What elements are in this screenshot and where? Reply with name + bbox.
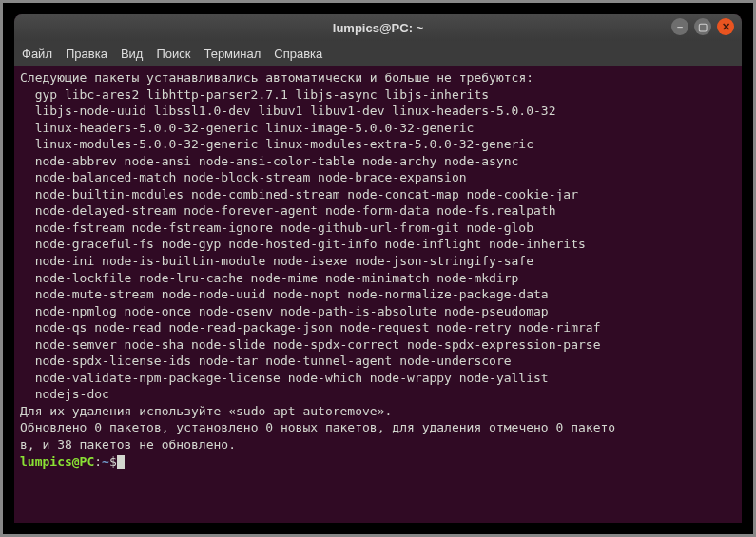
menu-search[interactable]: Поиск: [156, 47, 190, 61]
menu-edit[interactable]: Правка: [66, 47, 107, 61]
package-list: gyp libc-ares2 libhttp-parser2.7.1 libjs…: [20, 86, 736, 403]
minimize-button[interactable]: –: [671, 18, 688, 35]
output-header: Следующие пакеты устанавливались автомат…: [20, 69, 736, 86]
package-line: linux-headers-5.0.0-32-generic linux-ima…: [20, 120, 736, 137]
menubar: Файл Правка Вид Поиск Терминал Справка: [14, 41, 742, 66]
package-line: node-delayed-stream node-forever-agent n…: [20, 202, 736, 220]
package-line: node-balanced-match node-block-stream no…: [20, 169, 736, 186]
window-title: lumpics@PC: ~: [333, 21, 423, 35]
package-line: node-graceful-fs node-gyp node-hosted-gi…: [20, 236, 736, 253]
package-line: node-spdx-license-ids node-tar node-tunn…: [20, 353, 736, 370]
terminal-window: lumpics@PC: ~ – ▢ ✕ Файл Правка Вид Поис…: [14, 14, 742, 523]
menu-file[interactable]: Файл: [22, 47, 52, 61]
package-line: node-npmlog node-once node-osenv node-pa…: [20, 303, 736, 320]
package-line: gyp libc-ares2 libhttp-parser2.7.1 libjs…: [20, 86, 736, 104]
package-line: node-qs node-read node-read-package-json…: [20, 319, 736, 336]
summary-line-2: в, и 38 пакетов не обновлено.: [20, 436, 736, 453]
titlebar[interactable]: lumpics@PC: ~ – ▢ ✕: [14, 14, 742, 41]
prompt-userhost: lumpics@PC: [20, 454, 94, 469]
package-line: node-abbrev node-ansi node-ansi-color-ta…: [20, 153, 736, 170]
close-button[interactable]: ✕: [717, 18, 734, 35]
screenshot-border: lumpics@PC: ~ – ▢ ✕ Файл Правка Вид Поис…: [0, 0, 756, 537]
menu-help[interactable]: Справка: [274, 47, 322, 61]
summary-line-1: Обновлено 0 пакетов, установлено 0 новых…: [20, 419, 736, 436]
menu-view[interactable]: Вид: [121, 47, 144, 61]
package-line: node-builtin-modules node-combined-strea…: [20, 186, 736, 203]
package-line: node-validate-npm-package-license node-w…: [20, 370, 736, 387]
prompt-colon: :: [94, 454, 102, 469]
terminal-body[interactable]: Следующие пакеты устанавливались автомат…: [14, 66, 742, 523]
package-line: node-semver node-sha node-slide node-spd…: [20, 336, 736, 354]
prompt-dollar: $: [109, 454, 117, 469]
package-line: node-mute-stream node-node-uuid node-nop…: [20, 286, 736, 303]
menu-terminal[interactable]: Терминал: [204, 47, 261, 61]
window-controls: – ▢ ✕: [671, 18, 734, 35]
autoremove-hint: Для их удаления используйте «sudo apt au…: [20, 403, 736, 420]
prompt-line[interactable]: lumpics@PC:~$: [20, 453, 736, 470]
package-line: linux-modules-5.0.0-32-generic linux-mod…: [20, 136, 736, 153]
package-line: node-fstream node-fstream-ignore node-gi…: [20, 220, 736, 237]
package-line: nodejs-doc: [20, 386, 736, 403]
cursor: [117, 455, 125, 469]
maximize-button[interactable]: ▢: [694, 18, 711, 35]
prompt-path: ~: [102, 454, 109, 469]
package-line: libjs-node-uuid libssl1.0-dev libuv1 lib…: [20, 103, 736, 120]
package-line: node-lockfile node-lru-cache node-mime n…: [20, 270, 736, 287]
package-line: node-ini node-is-builtin-module node-ise…: [20, 253, 736, 270]
